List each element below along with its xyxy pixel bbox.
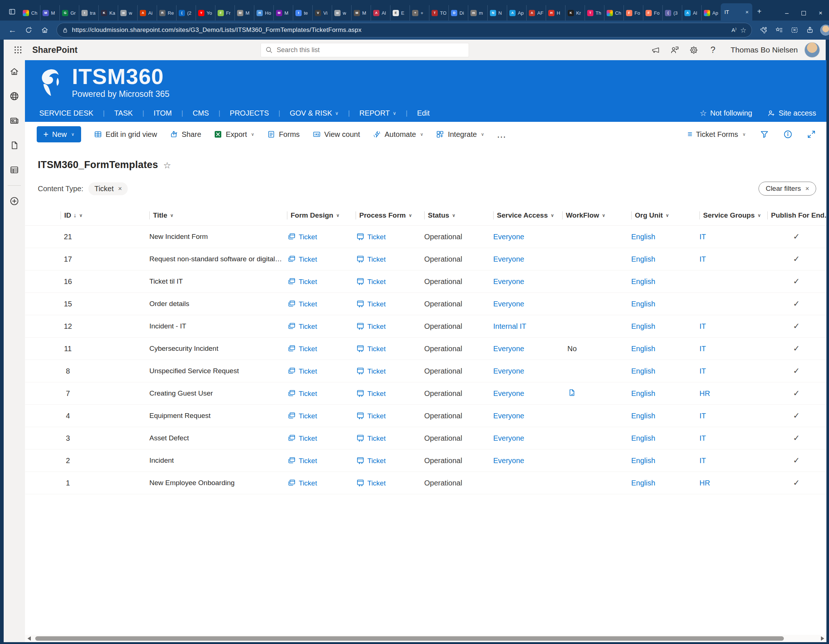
browser-tab[interactable]: KKr	[565, 5, 585, 20]
cell-process-form[interactable]: Ticket	[356, 277, 424, 286]
browser-tab[interactable]: GGr	[60, 5, 79, 20]
table-row[interactable]: 4Equipment RequestTicketTicketOperationa…	[25, 405, 826, 427]
cell-service-groups[interactable]: HR	[700, 479, 768, 487]
nav-item-projects[interactable]: PROJECTS	[220, 109, 279, 117]
read-aloud-button[interactable]: A⁾	[731, 27, 736, 33]
cell-process-form[interactable]: Ticket	[356, 456, 424, 465]
browser-tab[interactable]: AAp	[701, 5, 721, 20]
browser-tab[interactable]: HHo	[254, 5, 273, 20]
info-icon[interactable]	[783, 129, 793, 139]
cell-service-access[interactable]: Everyone	[493, 389, 562, 398]
chevron-down-icon[interactable]: ∨	[79, 213, 83, 218]
browser-tab-active[interactable]: IT×	[721, 3, 752, 20]
browser-tab[interactable]: ttra	[79, 5, 98, 20]
sharepoint-brand[interactable]: SharePoint	[32, 45, 77, 55]
cell-service-access[interactable]: Everyone	[493, 277, 562, 286]
screenshot-button[interactable]	[787, 23, 802, 37]
command-view-count[interactable]: View count	[312, 130, 360, 139]
column-header-id[interactable]: ID↓∨	[39, 211, 149, 220]
browser-tab[interactable]: CCh	[604, 5, 624, 20]
browser-tab[interactable]: ww	[118, 5, 137, 20]
nav-item-gov-risk[interactable]: GOV & RISK∨	[280, 109, 348, 117]
cell-service-groups[interactable]: IT	[700, 412, 768, 420]
scroll-left-arrow[interactable]	[25, 635, 33, 642]
browser-tab[interactable]: mm	[468, 5, 487, 20]
column-resize-handle[interactable]	[700, 211, 700, 219]
cell-process-form[interactable]: Ticket	[356, 232, 424, 241]
command-integrate[interactable]: Integrate∨	[436, 130, 484, 139]
back-button[interactable]: ←	[5, 23, 20, 37]
cell-process-form[interactable]: Ticket	[356, 367, 424, 375]
nav-item-itom[interactable]: ITOM	[144, 109, 182, 117]
table-row[interactable]: 2IncidentTicketTicketOperationalEveryone…	[25, 450, 826, 472]
cell-service-access[interactable]: Everyone	[493, 300, 562, 308]
browser-tab[interactable]: HH	[546, 5, 565, 20]
table-row[interactable]: 8Unspecified Service RequestTicketTicket…	[25, 360, 826, 383]
cell-service-groups[interactable]: IT	[700, 233, 768, 241]
column-header-publish-for-end-[interactable]: Publish For End...∨	[768, 211, 826, 220]
browser-home-button[interactable]	[38, 23, 52, 37]
cell-service-access[interactable]: Everyone	[493, 457, 562, 465]
browser-tab[interactable]: AAF	[526, 5, 546, 20]
clear-filters-button[interactable]: Clear filters ×	[758, 182, 816, 195]
column-resize-handle[interactable]	[631, 211, 632, 219]
chevron-down-icon[interactable]: ∨	[409, 213, 412, 218]
cell-process-form[interactable]: Ticket	[356, 479, 424, 487]
cell-org-unit[interactable]: English	[631, 457, 700, 465]
column-header-org-unit[interactable]: Org Unit∨	[631, 211, 700, 220]
megaphone-icon[interactable]	[648, 42, 664, 58]
table-row[interactable]: 1New Employee OnboardingTicketTicketOper…	[25, 472, 826, 494]
browser-tab[interactable]: FFo	[643, 5, 662, 20]
search-input[interactable]	[277, 46, 464, 54]
cell-form-design[interactable]: Ticket	[287, 367, 356, 375]
browser-tab[interactable]: RRe	[157, 5, 176, 20]
cell-form-design[interactable]: Ticket	[287, 479, 356, 487]
cell-org-unit[interactable]: English	[631, 233, 700, 241]
cell-form-design[interactable]: Ticket	[287, 299, 356, 308]
table-row[interactable]: 15Order detailsTicketTicketOperationalEv…	[25, 293, 826, 315]
refresh-button[interactable]	[21, 23, 36, 37]
command--[interactable]: …	[496, 129, 506, 140]
column-header-status[interactable]: Status∨	[424, 211, 493, 220]
browser-tab[interactable]: FFo	[624, 5, 643, 20]
site-access-button[interactable]: Site access	[767, 109, 816, 117]
cell-service-access[interactable]: Everyone	[493, 367, 562, 375]
follow-button[interactable]: ☆Not following	[700, 109, 752, 118]
cell-service-groups[interactable]: HR	[700, 389, 768, 398]
column-resize-handle[interactable]	[149, 211, 150, 219]
chevron-down-icon[interactable]: ∨	[666, 213, 669, 218]
nav-item-edit[interactable]: Edit	[407, 109, 439, 117]
app-bar-news-icon[interactable]	[8, 115, 20, 127]
nav-item-task[interactable]: TASK	[105, 109, 142, 117]
column-header-title[interactable]: Title∨	[149, 211, 287, 220]
minimize-button[interactable]: –	[779, 6, 795, 20]
favorite-star-button[interactable]: ☆	[740, 26, 746, 35]
chevron-down-icon[interactable]: ∨	[757, 213, 761, 218]
share-page-button[interactable]	[802, 23, 817, 37]
browser-tab[interactable]: DDi	[448, 5, 468, 20]
column-resize-handle[interactable]	[768, 211, 768, 219]
app-bar-home-icon[interactable]	[8, 65, 20, 78]
view-selector[interactable]: ≡ Ticket Forms ∨	[688, 129, 746, 139]
cell-service-groups[interactable]: IT	[700, 457, 768, 465]
cell-process-form[interactable]: Ticket	[356, 322, 424, 331]
browser-tab[interactable]: KKa	[98, 5, 118, 20]
cell-service-groups[interactable]: IT	[700, 367, 768, 375]
browser-tab[interactable]: TTOI	[429, 5, 448, 20]
cell-org-unit[interactable]: English	[631, 322, 700, 331]
command-export[interactable]: Export∨	[214, 130, 254, 139]
browser-tab[interactable]: AAp	[507, 5, 526, 20]
column-header-process-form[interactable]: Process Form∨	[356, 211, 424, 220]
browser-tab[interactable]: NN	[487, 5, 507, 20]
cell-org-unit[interactable]: English	[631, 412, 700, 420]
column-resize-handle[interactable]	[562, 211, 563, 219]
browser-tab[interactable]: AAl	[682, 5, 701, 20]
chevron-down-icon[interactable]: ∨	[170, 213, 173, 218]
cell-form-design[interactable]: Ticket	[287, 255, 356, 263]
chevron-down-icon[interactable]: ∨	[602, 213, 605, 218]
column-resize-handle[interactable]	[356, 211, 356, 219]
browser-tab[interactable]: ((3	[662, 5, 682, 20]
app-bar-create-icon[interactable]	[8, 195, 20, 207]
nav-item-report[interactable]: REPORT∨	[350, 109, 406, 117]
help-button[interactable]: ?	[705, 42, 721, 58]
